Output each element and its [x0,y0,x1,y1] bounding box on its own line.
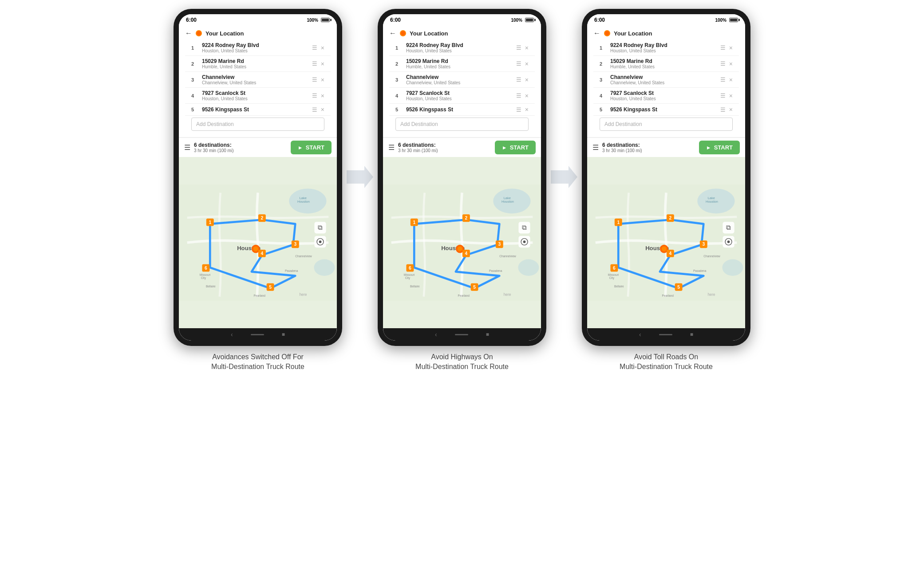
destination-item[interactable]: 1 9224 Rodney Ray Blvd Houston, United S… [185,40,331,56]
destination-item[interactable]: 4 7927 Scanlock St Houston, United State… [185,88,331,104]
back-arrow-icon[interactable]: ← [389,29,396,37]
reorder-icon[interactable]: ☰ [720,44,726,51]
svg-point-40 [458,246,462,251]
dest-name: 9526 Kingspass St [610,106,717,113]
back-nav[interactable]: ‹ [639,331,641,338]
status-bar: 6:00 100% [383,14,541,26]
svg-text:here: here [504,292,511,297]
reorder-icon[interactable]: ☰ [516,44,521,51]
menu-nav[interactable]: ■ [486,331,489,338]
reorder-icon[interactable]: ☰ [516,106,521,113]
remove-icon[interactable]: × [729,106,733,113]
map-container[interactable]: Houston 1 2 3 4 5 6 Missouri City Channe… [383,157,541,328]
reorder-icon[interactable]: ☰ [312,76,317,83]
back-arrow-icon[interactable]: ← [593,29,600,37]
dest-name: 9224 Rodney Ray Blvd [406,42,513,48]
battery-text: 100% [511,18,522,23]
svg-text:4: 4 [465,251,468,256]
reorder-icon[interactable]: ☰ [720,92,726,99]
dest-sub: Houston, United States [610,96,717,101]
add-destination-input[interactable]: Add Destination [395,118,529,131]
remove-icon[interactable]: × [525,106,529,113]
destination-item[interactable]: 5 9526 Kingspass St ☰ × [185,104,331,116]
reorder-icon[interactable]: ☰ [312,60,317,67]
remove-icon[interactable]: × [321,60,324,67]
back-nav[interactable]: ‹ [435,331,437,338]
reorder-icon[interactable]: ☰ [516,76,521,83]
dest-count: 6 destinations: [194,142,291,148]
battery-icon [321,18,330,22]
home-indicator [251,334,264,335]
reorder-icon[interactable]: ☰ [312,106,317,113]
dest-name: Channelview [406,74,513,80]
reorder-icon[interactable]: ☰ [720,106,726,113]
destination-item[interactable]: 3 Channelview Channelview, United States… [593,72,739,88]
destination-item[interactable]: 4 7927 Scanlock St Houston, United State… [593,88,739,104]
reorder-icon[interactable]: ☰ [720,60,726,67]
route-map: Houston 1 2 3 4 5 6 Missouri City Channe… [383,157,541,328]
tune-icon[interactable]: ☰ [592,143,599,152]
remove-icon[interactable]: × [729,76,733,83]
svg-text:Pearland: Pearland [662,294,674,297]
dest-name: 15029 Marine Rd [202,58,308,64]
start-button[interactable]: ► START [495,141,536,154]
arrow-indicator [342,166,378,215]
reorder-icon[interactable]: ☰ [720,76,726,83]
dest-sub: Channelview, United States [610,80,717,85]
dest-actions: ☰ × [312,76,324,83]
destination-item[interactable]: 2 15029 Marine Rd Humble, United States … [593,56,739,72]
reorder-icon[interactable]: ☰ [516,92,521,99]
map-container[interactable]: Houston 1 2 3 4 5 6 Missouri City Channe… [179,157,337,328]
menu-nav[interactable]: ■ [282,331,285,338]
remove-icon[interactable]: × [525,76,529,83]
tune-icon[interactable]: ☰ [388,143,395,152]
home-indicator [455,334,468,335]
remove-icon[interactable]: × [525,60,529,67]
reorder-icon[interactable]: ☰ [516,60,521,67]
dest-info: 15029 Marine Rd Humble, United States [610,58,717,69]
svg-point-30 [319,240,322,243]
remove-icon[interactable]: × [321,106,324,113]
svg-point-6 [253,246,258,251]
dest-number: 3 [191,77,198,82]
destination-item[interactable]: 1 9224 Rodney Ray Blvd Houston, United S… [593,40,739,56]
destination-item[interactable]: 5 9526 Kingspass St ☰ × [593,104,739,116]
back-arrow-icon[interactable]: ← [185,29,192,37]
dest-name: Channelview [202,74,308,80]
your-location-label: Your Location [410,30,448,37]
reorder-icon[interactable]: ☰ [312,44,317,51]
tune-icon[interactable]: ☰ [184,143,190,152]
back-nav[interactable]: ‹ [231,331,233,338]
dest-sub: Houston, United States [610,48,717,53]
remove-icon[interactable]: × [729,44,733,51]
destination-item[interactable]: 1 9224 Rodney Ray Blvd Houston, United S… [389,40,535,56]
destination-item[interactable]: 4 7927 Scanlock St Houston, United State… [389,88,535,104]
reorder-icon[interactable]: ☰ [312,92,317,99]
destination-item[interactable]: 2 15029 Marine Rd Humble, United States … [185,56,331,72]
remove-icon[interactable]: × [321,92,324,99]
remove-icon[interactable]: × [321,44,324,51]
remove-icon[interactable]: × [525,92,529,99]
start-button[interactable]: ► START [699,141,740,154]
destination-item[interactable]: 3 Channelview Channelview, United States… [185,72,331,88]
map-container[interactable]: Houston 1 2 3 4 5 6 Missouri City Channe… [587,157,745,328]
menu-nav[interactable]: ■ [690,331,693,338]
destination-item[interactable]: 5 9526 Kingspass St ☰ × [389,104,535,116]
svg-text:Bellaire: Bellaire [410,285,420,288]
status-icons: 100% [307,18,330,23]
destination-item[interactable]: 3 Channelview Channelview, United States… [389,72,535,88]
phone-wrapper-1: 6:00 100% ← Your Location 1 9224 Rodney … [174,9,342,372]
caption-text: Avoid Toll Roads OnMulti-Destination Tru… [620,352,713,372]
svg-text:Pasadena: Pasadena [693,269,707,272]
svg-text:1: 1 [209,220,211,225]
add-destination-input[interactable]: Add Destination [600,118,733,131]
remove-icon[interactable]: × [321,76,324,83]
remove-icon[interactable]: × [525,44,529,51]
remove-icon[interactable]: × [729,92,733,99]
remove-icon[interactable]: × [729,60,733,67]
start-button[interactable]: ► START [291,141,332,154]
svg-text:Pasadena: Pasadena [489,269,502,272]
destination-item[interactable]: 2 15029 Marine Rd Humble, United States … [389,56,535,72]
dest-sub: Humble, United States [202,64,308,69]
add-destination-input[interactable]: Add Destination [191,118,324,131]
